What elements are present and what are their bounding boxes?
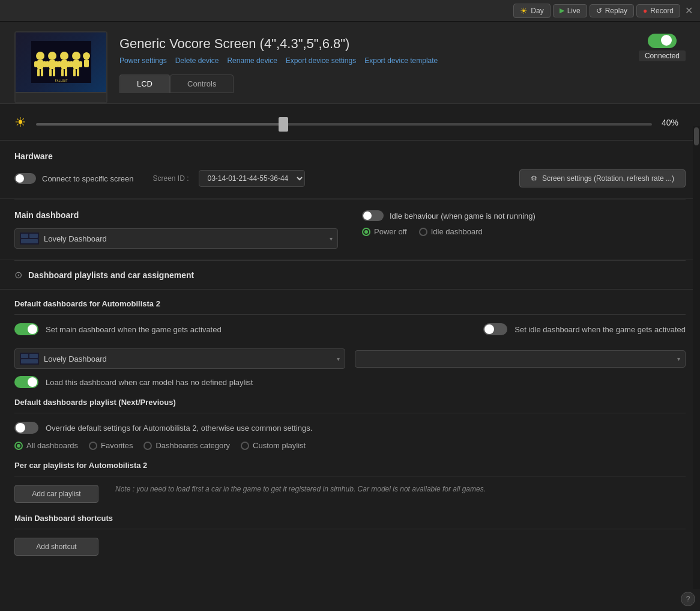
set-idle-row: Set idle dashboard when the game gets ac…: [483, 323, 686, 335]
svg-point-13: [60, 52, 68, 60]
svg-rect-29: [21, 234, 28, 238]
scrollbar-thumb: [694, 127, 699, 145]
svg-rect-2: [37, 60, 43, 69]
override-toggle[interactable]: [14, 422, 38, 434]
set-main-label: Set main dashboard when the game gets ac…: [46, 325, 222, 334]
hardware-row: Connect to specific screen Screen ID : 0…: [14, 169, 686, 187]
set-idle-toggle[interactable]: [483, 323, 507, 335]
load-no-playlist-label: Load this dashboard when car model has n…: [46, 378, 253, 387]
playlists-content: Default dashboards for Automobilista 2 S…: [0, 290, 700, 571]
screen-id-select[interactable]: 03-14-01-21-44-55-36-44: [199, 170, 305, 187]
brightness-slider-container: [36, 118, 652, 127]
svg-rect-18: [65, 69, 67, 76]
record-label: Record: [650, 7, 674, 15]
collapse-icon: ⊙: [14, 269, 22, 281]
power-off-option[interactable]: Power off: [362, 227, 407, 236]
topbar: ☀ Day ▶ Live ↺ Replay ● Record ✕: [0, 0, 700, 22]
dashboard-selects-row: Lovely Dashboard ▾ ▾: [14, 348, 686, 369]
radio-favorites[interactable]: Favorites: [89, 441, 133, 450]
dashboard-left: Main dashboard Lovely Dashboard ▾: [14, 210, 338, 249]
thumbnail-image: FALLOUT: [16, 32, 106, 92]
idle-options: Power off Idle dashboard: [362, 227, 686, 236]
svg-rect-23: [73, 69, 76, 76]
svg-rect-3: [34, 61, 38, 67]
set-idle-label: Set idle dashboard when the game gets ac…: [514, 325, 686, 334]
set-idle-thumb: [484, 324, 494, 334]
connected-toggle[interactable]: [648, 34, 677, 48]
radio-favorites-label: Favorites: [101, 441, 133, 450]
main-playlist-select[interactable]: Lovely Dashboard ▾: [14, 348, 345, 369]
override-track: [14, 422, 38, 434]
record-button[interactable]: ● Record: [636, 4, 680, 17]
idle-behaviour-toggle[interactable]: [362, 210, 384, 221]
add-car-note: Note : you need to load first a car in t…: [115, 485, 686, 493]
svg-rect-34: [29, 354, 38, 358]
playlists-collapsible-header[interactable]: ⊙ Dashboard playlists and car assignemen…: [0, 261, 700, 290]
tab-lcd[interactable]: LCD: [119, 74, 170, 93]
playlist-radio-group: All dashboards Favorites Dashboards cate…: [14, 441, 686, 450]
radio-custom-playlist[interactable]: Custom playlist: [241, 441, 306, 450]
set-idle-track: [483, 323, 507, 335]
override-label: Override default settings for Automobili…: [46, 424, 312, 433]
close-button[interactable]: ✕: [683, 5, 695, 16]
sun-icon: ☀: [520, 6, 528, 16]
set-dashboard-row: Set main dashboard when the game gets ac…: [14, 323, 686, 341]
add-shortcut-button[interactable]: Add shortcut: [14, 538, 98, 556]
right-scrollbar[interactable]: [693, 126, 700, 589]
radio-all-dashboards[interactable]: All dashboards: [14, 441, 78, 450]
connect-screen-track: [14, 173, 36, 184]
day-label: Day: [531, 7, 543, 15]
svg-rect-15: [58, 61, 61, 67]
connected-toggle-thumb: [661, 35, 672, 46]
shortcuts-title: Main Dashboard shortcuts: [14, 514, 686, 529]
export-settings-link[interactable]: Export device settings: [286, 56, 356, 65]
set-main-toggle[interactable]: [14, 323, 38, 335]
gear-icon: ⚙: [531, 174, 537, 183]
svg-rect-35: [21, 359, 38, 363]
add-car-row: Add car playlist Note : you need to load…: [14, 485, 686, 503]
main-dashboard-select-wrap[interactable]: Lovely Dashboard ▾: [14, 228, 338, 249]
dashboard-thumb: [20, 233, 39, 245]
hardware-section: Hardware Connect to specific screen Scre…: [0, 141, 700, 199]
svg-point-19: [72, 52, 80, 60]
device-title: Generic Vocore Screen (4",4.3",5",6.8"): [119, 36, 627, 52]
radio-dashboards-category[interactable]: Dashboards category: [143, 441, 230, 450]
override-row: Override default settings for Automobili…: [14, 422, 686, 434]
idle-dashboard-option[interactable]: Idle dashboard: [419, 227, 483, 236]
device-thumbnail: FALLOUT: [14, 31, 107, 103]
svg-rect-30: [29, 234, 38, 238]
main-playlist-arrow: ▾: [337, 356, 340, 362]
svg-rect-8: [49, 60, 55, 69]
thumbnail-svg: FALLOUT: [31, 41, 91, 83]
replay-button[interactable]: ↺ Replay: [590, 4, 634, 17]
live-label: Live: [567, 7, 581, 15]
svg-text:FALLOUT: FALLOUT: [55, 79, 67, 82]
idle-playlist-select[interactable]: ▾: [355, 350, 686, 368]
connect-screen-toggle[interactable]: [14, 173, 36, 184]
svg-rect-24: [77, 69, 79, 76]
radio-custom-dot: [241, 442, 249, 450]
power-settings-link[interactable]: Power settings: [119, 56, 167, 65]
export-template-link[interactable]: Export device template: [364, 56, 438, 65]
tab-controls[interactable]: Controls: [170, 74, 234, 93]
main-playlist-label: Lovely Dashboard: [44, 354, 332, 363]
live-button[interactable]: ▶ Live: [553, 4, 587, 17]
day-button[interactable]: ☀ Day: [513, 4, 550, 18]
svg-rect-31: [21, 239, 38, 243]
radio-all-dot: [14, 442, 23, 450]
brightness-slider[interactable]: [36, 123, 652, 126]
add-car-playlist-button[interactable]: Add car playlist: [14, 485, 98, 503]
connected-badge: Connected: [639, 31, 686, 61]
main-dashboard-title: Main dashboard: [14, 210, 338, 220]
rename-device-link[interactable]: Rename device: [227, 56, 277, 65]
load-when-no-playlist-row: Load this dashboard when car model has n…: [14, 376, 686, 388]
screen-id-label: Screen ID :: [152, 174, 189, 183]
radio-favorites-dot: [89, 442, 97, 450]
help-button[interactable]: ?: [681, 592, 695, 606]
screen-settings-button[interactable]: ⚙ Screen settings (Rotation, refresh rat…: [519, 169, 686, 187]
brightness-value: 40%: [662, 118, 686, 127]
svg-rect-21: [70, 61, 73, 67]
default-playlist-title: Default dashboards playlist (Next/Previo…: [14, 398, 686, 413]
load-no-playlist-toggle[interactable]: [14, 376, 38, 388]
delete-device-link[interactable]: Delete device: [175, 56, 219, 65]
